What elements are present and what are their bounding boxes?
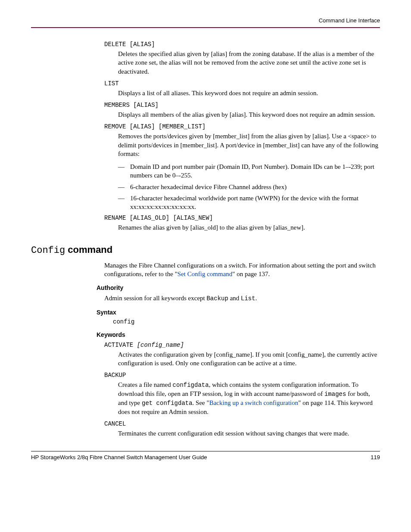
- config-command-heading: Config command: [31, 244, 380, 256]
- remove-bullet-2: —16-character hexadecimal worldwide port…: [118, 194, 380, 212]
- authority-heading: Authority: [97, 284, 380, 291]
- footer-title: HP StorageWorks 2/8q Fibre Channel Switc…: [31, 454, 207, 460]
- keyword-list-desc: Displays a list of all aliases. This key…: [118, 89, 380, 97]
- config-intro: Manages the Fibre Channel configurations…: [104, 261, 380, 279]
- keyword-members-desc: Displays all members of the alias given …: [118, 110, 380, 119]
- keyword-backup-desc: Creates a file named configdata, which c…: [118, 380, 380, 416]
- keyword-remove-desc: Removes the ports/devices given by [memb…: [118, 132, 380, 158]
- heading-mono-part: Config: [31, 245, 65, 256]
- page-number: 119: [371, 454, 380, 460]
- syntax-value: config: [113, 318, 380, 325]
- keyword-rename-desc: Renames the alias given by [alias_old] t…: [118, 223, 380, 232]
- keyword-rename-term: RENAME [ALIAS_OLD] [ALIAS_NEW]: [104, 215, 380, 221]
- syntax-heading: Syntax: [97, 309, 380, 316]
- remove-bullet-1: —6-character hexadecimal device Fibre Ch…: [118, 183, 380, 191]
- keyword-activate-desc: Activates the configuration given by [co…: [118, 350, 380, 368]
- footer-rule: [31, 451, 380, 451]
- backup-link[interactable]: Backing up a switch configuration: [209, 399, 299, 406]
- keyword-delete-desc: Deletes the specified alias given by [al…: [118, 50, 380, 76]
- authority-text: Admin session for all keywords except Ba…: [104, 294, 380, 303]
- keyword-backup-term: BACKUP: [104, 372, 380, 379]
- remove-bullet-0: —Domain ID and port number pair (Domain …: [118, 162, 380, 180]
- keyword-remove-term: REMOVE [ALIAS] [MEMBER_LIST]: [104, 123, 380, 130]
- keyword-list-term: LIST: [104, 80, 380, 87]
- page-header: Command Line Interface: [31, 17, 380, 24]
- keyword-cancel-term: CANCEL: [104, 420, 380, 427]
- keyword-members-term: MEMBERS [ALIAS]: [104, 102, 380, 109]
- header-rule: [31, 27, 380, 28]
- keyword-delete-term: DELETE [ALIAS]: [104, 41, 380, 48]
- set-config-link[interactable]: Set Config command: [177, 271, 233, 277]
- keywords-heading: Keywords: [97, 331, 380, 338]
- heading-bold-part: command: [65, 244, 112, 255]
- keyword-cancel-desc: Terminates the current configuration edi…: [118, 429, 380, 438]
- keyword-activate-term: ACTIVATE [config_name]: [104, 342, 380, 348]
